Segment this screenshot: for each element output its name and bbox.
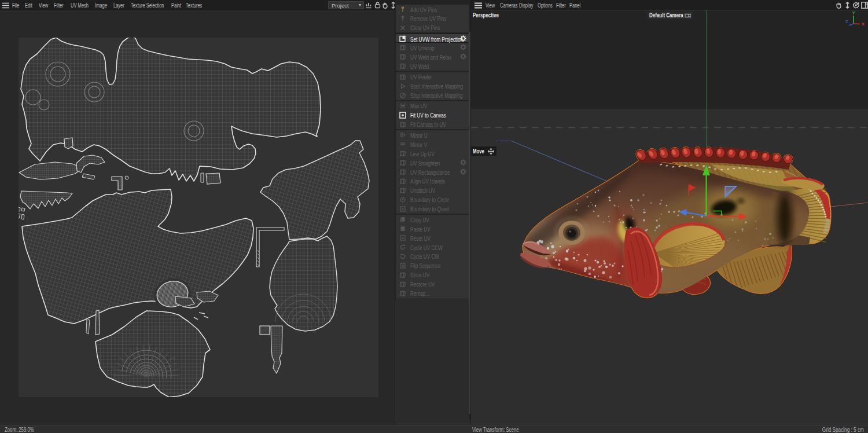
svg-text:Z: Z bbox=[845, 19, 848, 24]
svg-text:Y: Y bbox=[852, 10, 856, 16]
svg-text:X: X bbox=[862, 21, 865, 27]
